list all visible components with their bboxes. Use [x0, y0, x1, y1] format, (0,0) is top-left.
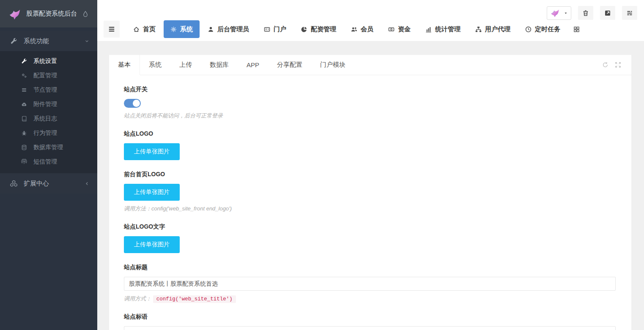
- nav-tab-financing[interactable]: 配资管理: [294, 20, 343, 38]
- tab-label: 基本: [118, 61, 131, 69]
- admin-screen: 股票配资系统后台 系统功能 系统设置 配置管理: [0, 0, 644, 330]
- tab-system[interactable]: 系统: [140, 55, 170, 75]
- nav-tab-label: 统计管理: [435, 25, 460, 33]
- field-label: 站点开关: [124, 86, 616, 93]
- money-icon: [388, 26, 395, 33]
- sidebar-item-label: 节点管理: [33, 86, 57, 94]
- pie-chart-icon: [301, 26, 307, 33]
- sidebar-item-system-log[interactable]: 系统日志: [0, 112, 97, 126]
- sidebar-item-system-settings[interactable]: 系统设置: [0, 54, 97, 68]
- nav-tab-admins[interactable]: 后台管理员: [201, 20, 256, 38]
- field-help: 站点关闭后将不能访问，后台可正常登录: [124, 112, 616, 120]
- theme-menu-button[interactable]: [622, 6, 637, 20]
- nav-tab-funds[interactable]: 资金: [381, 20, 417, 38]
- sidebar-item-database-management[interactable]: 数据库管理: [0, 140, 97, 155]
- clock-icon: [525, 26, 532, 33]
- tab-label: APP: [247, 61, 259, 68]
- cubes-icon: [10, 180, 17, 187]
- field-help: 调用方式： config('web_site_title'): [124, 295, 616, 303]
- sidebar-item-sms-management[interactable]: 短信管理: [0, 155, 97, 169]
- upload-site-logo-button[interactable]: 上传单张图片: [124, 143, 180, 160]
- site-switch-toggle[interactable]: [124, 99, 141, 108]
- gear-icon: [170, 26, 177, 33]
- field-label: 站点LOGO: [124, 130, 616, 138]
- toggle-knob: [133, 100, 140, 107]
- sidebar-section-label: 系统功能: [24, 37, 49, 45]
- droplet-icon[interactable]: [82, 11, 89, 17]
- sidebar-item-label: 短信管理: [33, 158, 57, 166]
- book-icon: [21, 116, 27, 122]
- list-menu-icon: [626, 10, 633, 16]
- site-title-input[interactable]: [124, 277, 616, 291]
- database-icon: [21, 145, 27, 150]
- caret-down-icon: [564, 11, 568, 15]
- sidebar-submenu: 系统设置 配置管理 节点管理 附件管理 系统日志: [0, 51, 97, 173]
- tab-portal-module[interactable]: 门户模块: [311, 55, 354, 75]
- fullscreen-link-button[interactable]: [600, 6, 615, 20]
- avatar: [550, 8, 560, 18]
- trash-button[interactable]: [578, 6, 593, 20]
- field-site-slogan: 站点标语 站点口号，调用方式： config('web_site_slogan'…: [124, 313, 616, 330]
- settings-form: 站点开关 站点关闭后将不能访问，后台可正常登录 站点LOGO 上传单张图片 前台…: [109, 75, 631, 330]
- tab-label: 上传: [179, 61, 192, 69]
- sidebar-item-label: 附件管理: [33, 101, 57, 108]
- bird-logo-icon: [8, 8, 21, 20]
- sidebar-item-attachment-management[interactable]: 附件管理: [0, 97, 97, 112]
- nav-tab-system[interactable]: 系统: [164, 20, 200, 38]
- avatar-menu[interactable]: [547, 6, 571, 20]
- tab-share-config[interactable]: 分享配置: [268, 55, 311, 75]
- tab-basic[interactable]: 基本: [109, 55, 140, 75]
- podcast-icon: [21, 159, 27, 165]
- grid-icon: [573, 26, 580, 33]
- nav-tab-more-grid[interactable]: [568, 20, 585, 38]
- refresh-icon[interactable]: [602, 62, 608, 68]
- nav-tab-members[interactable]: 会员: [344, 20, 380, 38]
- nav-tab-label: 资金: [398, 25, 411, 33]
- tab-app[interactable]: APP: [238, 55, 268, 75]
- nav-tab-label: 系统: [180, 25, 193, 33]
- upload-logo-text-button[interactable]: 上传单张图片: [124, 236, 180, 253]
- external-link-icon: [604, 10, 611, 16]
- nav-tab-statistics[interactable]: 统计管理: [419, 20, 467, 38]
- field-site-logo: 站点LOGO 上传单张图片: [124, 130, 616, 160]
- bar-chart-icon: [425, 26, 432, 33]
- nav-tab-home[interactable]: 首页: [126, 20, 162, 38]
- field-label: 前台首页LOGO: [124, 171, 616, 178]
- nav-tab-portal[interactable]: 门户: [257, 20, 293, 38]
- content-area: 基本 系统 上传 数据库 APP 分享配置 门户模块 站点开关 站点关闭后将不能…: [97, 41, 644, 330]
- wrench-icon: [10, 38, 17, 45]
- nav-tab-label: 定时任务: [535, 25, 560, 33]
- tab-upload[interactable]: 上传: [170, 55, 201, 75]
- nav-tab-label: 首页: [143, 25, 156, 33]
- field-site-switch: 站点开关 站点关闭后将不能访问，后台可正常登录: [124, 86, 616, 120]
- tab-database[interactable]: 数据库: [201, 55, 238, 75]
- field-logo-text: 站点LOGO文字 上传单张图片: [124, 223, 616, 253]
- sidebar-toggle-button[interactable]: [104, 21, 120, 38]
- site-slogan-input[interactable]: [124, 326, 616, 330]
- sidebar-item-config-management[interactable]: 配置管理: [0, 68, 97, 83]
- user-icon: [208, 26, 214, 33]
- sidebar-section-label: 扩展中心: [24, 180, 49, 188]
- field-front-logo: 前台首页LOGO 上传单张图片 调用方法：config('web_site_fr…: [124, 171, 616, 213]
- sidebar-item-label: 配置管理: [33, 72, 57, 79]
- sidebar-item-behavior-management[interactable]: 行为管理: [0, 126, 97, 140]
- sidebar: 股票配资系统后台 系统功能 系统设置 配置管理: [0, 0, 97, 330]
- card-tools: [602, 55, 631, 75]
- home-icon: [133, 26, 140, 33]
- sidebar-section-extension-center[interactable]: 扩展中心: [0, 173, 97, 194]
- sidebar-section-system-functions[interactable]: 系统功能: [0, 31, 97, 51]
- sidebar-logo-bar: 股票配资系统后台: [0, 0, 97, 27]
- hamburger-icon: [108, 25, 115, 33]
- cloud-upload-icon: [21, 101, 27, 107]
- upload-front-logo-button[interactable]: 上传单张图片: [124, 184, 180, 201]
- sidebar-item-node-management[interactable]: 节点管理: [0, 83, 97, 97]
- top-nav-tabs: 首页 系统 后台管理员 门户 配资管理 会员: [126, 20, 586, 38]
- bars-icon: [21, 87, 27, 93]
- expand-icon[interactable]: [615, 62, 621, 68]
- tab-label: 数据库: [210, 61, 229, 69]
- nav-tab-scheduled-tasks[interactable]: 定时任务: [518, 20, 567, 38]
- nav-tab-label: 配资管理: [311, 25, 336, 33]
- field-help: 调用方法：config('web_site_front end_logo'): [124, 205, 616, 213]
- nav-tab-user-agents[interactable]: 用户代理: [469, 20, 517, 38]
- help-code: config('web_site_title'): [153, 295, 236, 303]
